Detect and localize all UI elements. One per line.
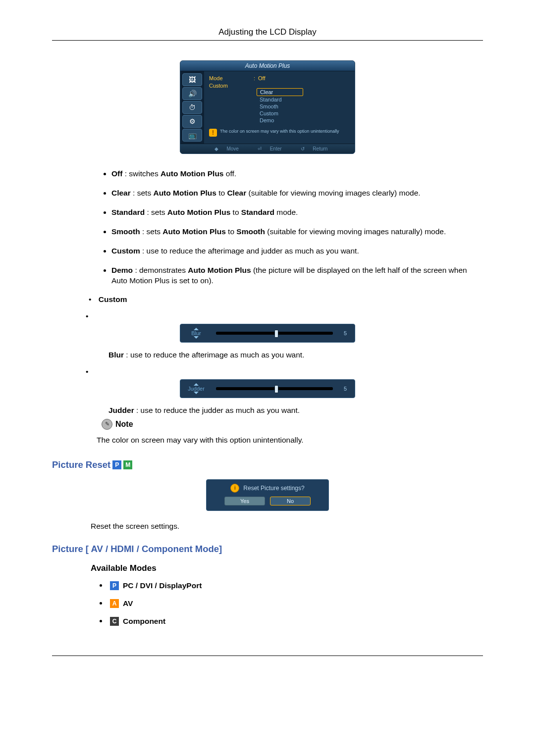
osd-tab-picture-icon: 🖼 <box>182 73 202 86</box>
arrow-down-icon <box>194 336 199 339</box>
mode-badge-p-icon: P <box>110 581 119 590</box>
judder-slider: Judder 5 <box>180 379 355 398</box>
osd-footer-move: ◆ Move <box>208 146 239 151</box>
available-modes-heading: Available Modes <box>91 563 483 573</box>
slider-blur-name: Blur <box>191 330 201 336</box>
warning-icon: ! <box>209 129 217 137</box>
note-text: The color on screen may vary with this o… <box>97 436 483 445</box>
mode-badge-c-icon: C <box>110 617 119 626</box>
blur-description: Blur : use to reduce the afterimage as m… <box>108 351 483 359</box>
osd-option-list: Clear Standard Smooth Custom Demo <box>257 88 350 124</box>
slider-blur-value: 5 <box>337 330 351 336</box>
sub-bullet-judder: • <box>86 367 483 376</box>
osd-title: Auto Motion Plus <box>180 61 355 71</box>
desc-smooth: Smooth : sets Auto Motion Plus to Smooth… <box>111 227 483 237</box>
slider-thumb <box>274 330 278 338</box>
osd-auto-motion-plus: Auto Motion Plus 🖼 🔊 ⏱ ⚙ 📺 Mode : Off Cu… <box>180 60 355 154</box>
mode-badge-p-icon: P <box>112 460 121 469</box>
sub-bullet-blur: • <box>86 312 483 321</box>
osd-option-clear: Clear <box>257 88 303 96</box>
reset-no-button: No <box>270 497 311 505</box>
osd-tab-setup-icon: ⚙ <box>182 115 202 128</box>
reset-dialog-title: Reset Picture settings? <box>243 485 304 492</box>
note-icon <box>102 419 112 430</box>
reset-dialog: i Reset Picture settings? Yes No <box>206 479 329 511</box>
osd-footer-return: ↺ Return <box>294 146 328 151</box>
osd-option-smooth: Smooth <box>257 103 302 110</box>
osd-tab-input-icon: 📺 <box>182 129 202 142</box>
mode-badge-a-icon: A <box>110 599 119 608</box>
osd-footer: ◆ Move ⏎ Enter ↺ Return <box>180 144 355 153</box>
mode-av: A AV <box>100 599 483 608</box>
mode-pc: P PC / DVI / DisplayPort <box>100 581 483 590</box>
desc-custom: Custom : use to reduce the afterimage an… <box>111 246 483 256</box>
arrow-down-icon <box>194 392 199 394</box>
reset-yes-button: Yes <box>224 497 265 505</box>
note-label: Note <box>115 420 133 429</box>
mode-descriptions: Off : switches Auto Motion Plus off. Cle… <box>97 169 483 286</box>
desc-off: Off : switches Auto Motion Plus off. <box>111 169 483 179</box>
osd-option-standard: Standard <box>257 96 302 103</box>
mode-component: C Component <box>100 617 483 626</box>
picture-modes-heading: Picture [ AV / HDMI / Component Mode] <box>52 544 483 554</box>
desc-standard: Standard : sets Auto Motion Plus to Stan… <box>111 207 483 218</box>
osd-custom-label: Custom <box>209 83 254 89</box>
slider-thumb <box>274 385 278 393</box>
page-header: Adjusting the LCD Display <box>52 27 483 41</box>
osd-tab-sound-icon: 🔊 <box>182 87 202 100</box>
osd-warning-text: The color on screen may vary with this o… <box>220 129 339 134</box>
blur-slider: Blur 5 <box>180 324 355 343</box>
page-footer-rule <box>52 655 483 656</box>
osd-option-demo: Demo <box>257 117 302 124</box>
osd-row-mode: Mode : Off <box>209 75 350 81</box>
osd-tab-timer-icon: ⏱ <box>182 101 202 114</box>
osd-mode-label: Mode <box>209 75 254 81</box>
osd-option-custom: Custom <box>257 110 302 117</box>
mode-badge-m-icon: M <box>123 460 132 469</box>
osd-mode-value: Off <box>258 75 265 81</box>
reset-description: Reset the screen settings. <box>91 522 483 531</box>
judder-description: Judder : use to reduce the judder as muc… <box>108 406 483 415</box>
desc-clear: Clear : sets Auto Motion Plus to Clear (… <box>111 188 483 199</box>
available-modes-list: P PC / DVI / DisplayPort A AV C Componen… <box>100 581 483 626</box>
custom-heading: Custom <box>86 295 483 304</box>
slider-judder-name: Judder <box>188 386 205 392</box>
osd-left-tabs: 🖼 🔊 ⏱ ⚙ 📺 <box>180 71 204 144</box>
picture-reset-heading: Picture Reset P M <box>52 459 483 470</box>
desc-demo: Demo : demonstrates Auto Motion Plus (th… <box>111 265 483 286</box>
info-icon: i <box>230 484 239 493</box>
osd-footer-enter: ⏎ Enter <box>251 146 282 151</box>
slider-judder-value: 5 <box>337 386 351 392</box>
